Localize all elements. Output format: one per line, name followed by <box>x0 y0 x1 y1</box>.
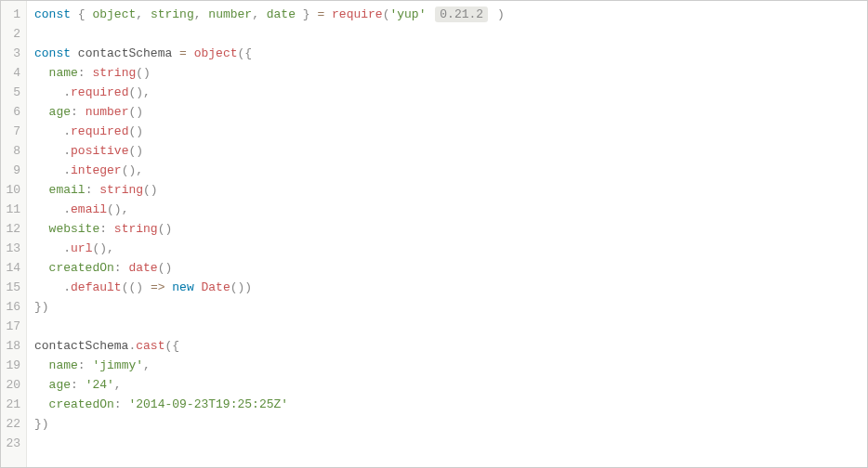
code-editor: 1234567891011121314151617181920212223 co… <box>0 0 868 468</box>
keyword-const: const <box>34 7 71 21</box>
line-number: 2 <box>5 24 20 44</box>
line-number: 11 <box>5 200 20 219</box>
line-number: 17 <box>5 317 20 336</box>
code-line: .integer(), <box>34 161 860 180</box>
line-number: 4 <box>5 63 20 83</box>
code-line: age: number() <box>34 102 860 122</box>
code-line: website: string() <box>34 219 860 239</box>
line-number: 3 <box>5 44 20 63</box>
code-line: }) <box>34 297 860 317</box>
line-number: 5 <box>5 83 20 102</box>
line-number: 7 <box>5 122 20 141</box>
line-number: 22 <box>5 414 20 434</box>
code-line: createdOn: date() <box>34 258 860 278</box>
code-line: .positive() <box>34 141 860 161</box>
line-number: 21 <box>5 395 20 414</box>
code-area: const { object, string, number, date } =… <box>27 1 867 467</box>
code-line <box>34 434 860 453</box>
line-number: 6 <box>5 102 20 122</box>
line-number: 16 <box>5 297 20 317</box>
code-line: const contactSchema = object({ <box>34 44 860 63</box>
line-number: 20 <box>5 375 20 395</box>
code-line: }) <box>34 414 860 434</box>
code-line: const { object, string, number, date } =… <box>34 5 860 24</box>
code-line: name: 'jimmy', <box>34 356 860 375</box>
line-number: 18 <box>5 336 20 356</box>
line-number: 1 <box>5 5 20 24</box>
code-line: createdOn: '2014-09-23T19:25:25Z' <box>34 395 860 414</box>
version-badge: 0.21.2 <box>435 6 488 22</box>
require-call: require <box>332 7 383 21</box>
code-line: age: '24', <box>34 375 860 395</box>
code-line: .url(), <box>34 239 860 258</box>
code-line: .email(), <box>34 200 860 219</box>
code-line: .required() <box>34 122 860 141</box>
line-number: 14 <box>5 258 20 278</box>
line-number: 12 <box>5 219 20 239</box>
line-number: 8 <box>5 141 20 161</box>
code-line: contactSchema.cast({ <box>34 336 860 356</box>
line-number: 13 <box>5 239 20 258</box>
line-number: 15 <box>5 278 20 297</box>
line-number-gutter: 1234567891011121314151617181920212223 <box>1 1 27 467</box>
code-line: name: string() <box>34 63 860 83</box>
code-line <box>34 24 860 44</box>
code-line: email: string() <box>34 180 860 200</box>
line-number: 19 <box>5 356 20 375</box>
line-number: 10 <box>5 180 20 200</box>
code-line: .required(), <box>34 83 860 102</box>
code-line: .default(() => new Date()) <box>34 278 860 297</box>
line-number: 23 <box>5 434 20 453</box>
line-number: 9 <box>5 161 20 180</box>
code-line <box>34 317 860 336</box>
